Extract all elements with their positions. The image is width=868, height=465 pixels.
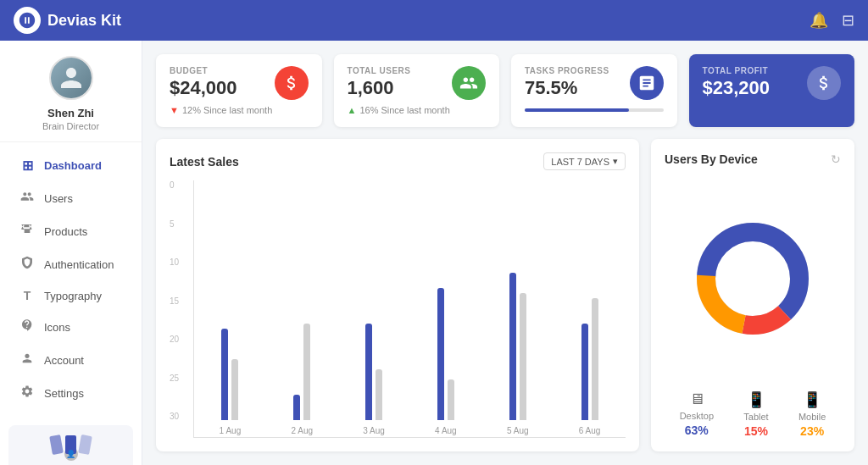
bar-gray: [231, 359, 238, 420]
bar-group: 3 Aug: [338, 324, 410, 420]
upgrade-illustration: 👤: [51, 435, 92, 465]
stat-users-value: 1,600: [348, 77, 411, 99]
stat-users-icon: [452, 66, 486, 100]
tasks-progress-bar: [525, 108, 664, 112]
logo-icon: [14, 7, 41, 34]
mobile-percentage: 23%: [800, 424, 824, 438]
sidebar-nav: ⊞ Dashboard Users Products Authenticati: [0, 142, 142, 417]
stat-users-label: TOTAL USERS: [348, 66, 411, 75]
tablet-percentage: 15%: [744, 424, 768, 438]
upgrade-panel: 👤 Upgrade to PRO Upgrade to Devias Kit P…: [8, 425, 133, 465]
latest-sales-chart: Latest Sales LAST 7 DAYS ▾ 30 25 20 15: [156, 139, 639, 451]
bar-gray: [376, 369, 382, 420]
sidebar-item-label: Account: [44, 354, 84, 367]
bar-label: 6 Aug: [579, 426, 601, 435]
chart-filter-button[interactable]: LAST 7 DAYS ▾: [543, 152, 626, 170]
sidebar-item-label: Authentication: [44, 258, 114, 271]
desktop-percentage: 63%: [685, 423, 709, 437]
bar-blue: [221, 329, 228, 420]
stat-users-sub: ▲ 16% Since last month: [348, 105, 487, 115]
stat-profit-icon: [807, 66, 841, 100]
profile-name: Shen Zhi: [47, 107, 94, 119]
bar-gray: [448, 379, 454, 420]
bar-blue: [581, 324, 588, 420]
bar-chart-area: 30 25 20 15 10 5 0 1 Aug: [170, 180, 626, 438]
account-icon: [19, 352, 36, 368]
stat-total-users: TOTAL USERS 1,600 ▲ 16% Since last month: [334, 54, 500, 127]
bar-gray: [592, 298, 598, 420]
refresh-icon[interactable]: ↻: [831, 152, 841, 166]
dashboard-icon: ⊞: [19, 158, 36, 174]
donut-header: Users By Device ↻: [665, 152, 841, 166]
sidebar-item-typography[interactable]: T Typography: [5, 281, 136, 310]
stat-tasks-label: TASKS PROGRESS: [525, 66, 609, 75]
tablet-icon: 📱: [747, 390, 765, 409]
avatar: [49, 56, 93, 100]
bar-label: 2 Aug: [291, 426, 313, 435]
bell-icon[interactable]: 🔔: [810, 11, 828, 30]
bar-group: 6 Aug: [554, 298, 626, 420]
bar-group: 5 Aug: [481, 273, 554, 420]
sidebar-item-label: Typography: [44, 290, 102, 302]
bars-area: 1 Aug 2 Aug 3 Aug 4 Aug 5 Aug 6 Aug: [193, 180, 626, 438]
bar-blue: [293, 395, 300, 420]
stat-tasks-value: 75.5%: [525, 77, 609, 99]
bar-blue: [509, 273, 516, 420]
sidebar-item-label: Settings: [44, 387, 84, 400]
bar-group: 2 Aug: [266, 324, 338, 420]
sidebar-profile: Shen Zhi Brain Director: [0, 41, 142, 142]
bar-blue: [437, 288, 444, 420]
sidebar: Shen Zhi Brain Director ⊞ Dashboard User…: [0, 41, 142, 465]
bar-label: 3 Aug: [363, 426, 385, 435]
sidebar-item-label: Products: [44, 225, 87, 238]
profile-role: Brain Director: [42, 121, 99, 131]
donut-label-mobile: 📱 Mobile 23%: [798, 390, 826, 438]
stat-budget-icon: [275, 66, 309, 100]
users-by-device-card: Users By Device ↻: [651, 139, 854, 451]
bar-gray: [303, 324, 310, 420]
settings-icon: [19, 385, 36, 401]
donut-title: Users By Device: [665, 152, 758, 166]
sidebar-item-settings[interactable]: Settings: [5, 377, 136, 409]
stat-tasks-icon: [630, 66, 664, 100]
chart-header: Latest Sales LAST 7 DAYS ▾: [170, 152, 626, 170]
icons-icon: [19, 318, 36, 335]
donut-chart-wrap: [665, 173, 841, 384]
authentication-icon: [19, 256, 36, 273]
stat-profit-label: TOTAL PROFIT: [703, 66, 771, 75]
bar-group: 1 Aug: [194, 329, 266, 420]
sidebar-item-dashboard[interactable]: ⊞ Dashboard: [5, 150, 136, 181]
stats-row: BUDGET $24,000 ▼ 12% Since last month TO…: [156, 54, 854, 127]
sidebar-item-account[interactable]: Account: [5, 344, 136, 376]
typography-icon: T: [19, 289, 36, 302]
bar-label: 4 Aug: [435, 426, 457, 435]
donut-chart: [685, 211, 821, 346]
exit-icon[interactable]: ⊟: [842, 11, 854, 30]
chart-title: Latest Sales: [170, 155, 239, 169]
donut-label-desktop: 🖥 Desktop 63%: [680, 390, 714, 438]
app-title: Devias Kit: [47, 12, 121, 30]
stat-budget-sub: ▼ 12% Since last month: [170, 105, 309, 115]
app-logo: Devias Kit: [14, 7, 121, 34]
sidebar-item-users[interactable]: Users: [5, 182, 136, 214]
stat-budget-label: BUDGET: [170, 66, 237, 75]
sidebar-item-label: Icons: [44, 321, 70, 334]
topnav: Devias Kit 🔔 ⊟: [0, 0, 868, 41]
stat-budget-value: $24,000: [170, 77, 237, 99]
mobile-icon: 📱: [803, 390, 821, 409]
bar-blue: [365, 324, 372, 420]
sidebar-item-label: Users: [44, 192, 73, 205]
bar-label: 1 Aug: [220, 426, 242, 435]
donut-labels: 🖥 Desktop 63% 📱 Tablet 15% 📱 Mobile 23%: [665, 390, 841, 438]
sidebar-item-icons[interactable]: Icons: [5, 311, 136, 343]
products-icon: [19, 223, 36, 240]
desktop-icon: 🖥: [689, 390, 704, 408]
stat-budget: BUDGET $24,000 ▼ 12% Since last month: [156, 54, 322, 127]
stat-profit-value: $23,200: [703, 77, 771, 99]
topnav-icons: 🔔 ⊟: [810, 11, 854, 30]
bottom-row: Latest Sales LAST 7 DAYS ▾ 30 25 20 15: [156, 139, 854, 451]
sidebar-item-products[interactable]: Products: [5, 215, 136, 247]
bar-gray: [520, 293, 526, 420]
stat-tasks-progress: TASKS PROGRESS 75.5%: [511, 54, 677, 127]
sidebar-item-authentication[interactable]: Authentication: [5, 248, 136, 280]
